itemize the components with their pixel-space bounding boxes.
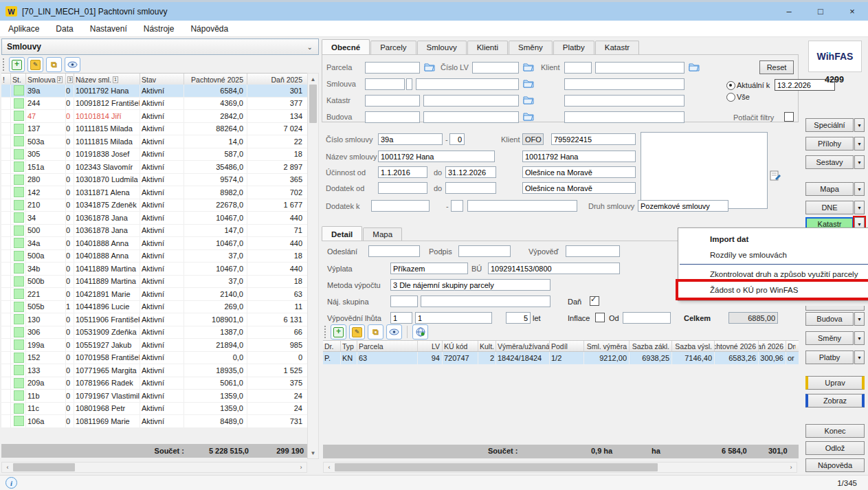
note-edit-icon[interactable] bbox=[770, 170, 781, 181]
tab-klienti[interactable]: Klienti bbox=[467, 41, 508, 54]
scrollbar-thumb[interactable] bbox=[309, 85, 317, 123]
naj-skupina-input[interactable] bbox=[390, 296, 418, 307]
chevron-down-icon[interactable]: ▼ bbox=[854, 312, 865, 326]
parcels-table-header[interactable]: Dr.TypParcelaLVKÚ kódKult.Výměra/užívaná… bbox=[323, 340, 799, 352]
contract-row[interactable]: 34a010401888 AnnaAktivní10467,0440 bbox=[1, 237, 307, 250]
lhuta1-input[interactable] bbox=[390, 312, 412, 324]
close-button[interactable]: × bbox=[836, 2, 868, 21]
menu-item[interactable]: Rozdíly ve smlouvách bbox=[678, 247, 868, 263]
contract-row[interactable]: 500b010411889 MartinaAktivní37,018 bbox=[1, 276, 307, 289]
contract-row[interactable]: 11c010801968 PetrAktivní1359,024 bbox=[1, 403, 307, 416]
sidebar-button-budova[interactable]: Budova▼ bbox=[805, 312, 865, 326]
contract-row[interactable]: 151a0102343 SlavomírAktivní35486,02 897 bbox=[1, 161, 307, 174]
column-header-6[interactable]: Výměra/užívaná bbox=[496, 341, 550, 351]
klient-input[interactable] bbox=[595, 62, 685, 74]
chevron-down-icon[interactable]: ▼ bbox=[854, 182, 865, 196]
aktualni-k-radio[interactable] bbox=[726, 81, 735, 90]
column-header-3[interactable]: LV bbox=[418, 341, 443, 351]
column-header-smlouva[interactable]: Smlouva 2 bbox=[26, 74, 66, 85]
contract-row[interactable]: 34010361878 JanaAktivní10467,0440 bbox=[1, 212, 307, 225]
contract-row[interactable]: 199a010551927 JakubAktivní21894,0985 bbox=[1, 339, 307, 352]
column-header-9[interactable]: Sazba zákl. bbox=[630, 341, 672, 351]
podpis-input[interactable] bbox=[458, 245, 511, 257]
maximize-button[interactable]: □ bbox=[805, 2, 836, 21]
minimize-button[interactable]: – bbox=[773, 2, 805, 21]
tab-platby[interactable]: Platby bbox=[553, 41, 594, 54]
menu-item[interactable]: Zkontrolovat druh a způsob využití parce… bbox=[678, 266, 868, 282]
sidebar-button-konec[interactable]: Konec bbox=[805, 424, 865, 438]
contract-row[interactable]: 306010531909 ZdeňkaAktivní1387,066 bbox=[1, 326, 307, 339]
map-globe-icon[interactable] bbox=[412, 324, 428, 339]
column-header-stav[interactable]: Stav bbox=[140, 74, 184, 85]
contracts-vertical-scrollbar[interactable]: ▲ ▼ bbox=[307, 73, 319, 459]
scrollbar-thumb[interactable] bbox=[13, 463, 75, 471]
inflace-checkbox[interactable] bbox=[595, 313, 605, 322]
klient-id-input[interactable] bbox=[551, 133, 636, 145]
scroll-down-icon[interactable]: ▼ bbox=[308, 447, 318, 458]
column-header-12[interactable]: Daň 2026 bbox=[759, 341, 786, 351]
copy-icon[interactable]: ⧉ bbox=[46, 57, 62, 72]
tab-obecné[interactable]: Obecné bbox=[322, 39, 370, 54]
copy-icon[interactable]: ⧉ bbox=[368, 324, 383, 339]
tab-mapa[interactable]: Mapa bbox=[363, 227, 402, 241]
contract-row[interactable]: 47010101814 JiříAktivní2842,0134 bbox=[1, 110, 307, 123]
column-header-0[interactable]: Dr. bbox=[323, 341, 341, 351]
contract-row[interactable]: 305010191838 JosefAktivní587,018 bbox=[1, 148, 307, 162]
adresa2-input[interactable] bbox=[522, 182, 636, 194]
klient-name-input[interactable] bbox=[564, 78, 685, 90]
sidebar-button-sestavy[interactable]: Sestavy▼ bbox=[805, 155, 865, 169]
column-header-pachtovne[interactable]: Pachtovné 2025 bbox=[184, 74, 247, 85]
column-header-2[interactable]: Parcela bbox=[357, 341, 418, 351]
scroll-right-icon[interactable]: › bbox=[786, 464, 797, 471]
menubar-item[interactable]: Data bbox=[47, 22, 81, 36]
chevron-down-icon[interactable]: ▼ bbox=[854, 350, 865, 364]
preview-icon[interactable] bbox=[65, 57, 80, 72]
folder-lookup-icon[interactable] bbox=[424, 62, 436, 72]
contract-row[interactable]: 280010301870 LudmilaAktivní9574,0365 bbox=[1, 174, 307, 187]
budova-filter2-input[interactable] bbox=[564, 111, 685, 123]
contract-row[interactable]: 209a010781966 RadekAktivní5061,0375 bbox=[1, 377, 307, 390]
scroll-left-icon[interactable]: ‹ bbox=[324, 464, 335, 471]
smlouva-dodatek-input[interactable] bbox=[406, 78, 412, 90]
scroll-up-icon[interactable]: ▲ bbox=[308, 74, 318, 85]
column-header-1[interactable]: Typ bbox=[341, 341, 357, 351]
smlouva-num-input[interactable] bbox=[365, 78, 405, 90]
edit-icon[interactable]: ✎ bbox=[27, 57, 43, 72]
sidebar-button-uprav[interactable]: Uprav bbox=[805, 376, 865, 390]
folder-lookup-icon[interactable] bbox=[523, 111, 535, 122]
druh-smlouvy-input[interactable] bbox=[638, 200, 728, 212]
column-header-st[interactable]: St. bbox=[11, 74, 26, 85]
edit-icon[interactable]: ✎ bbox=[349, 324, 365, 339]
cislo-dodatek-input[interactable] bbox=[449, 133, 465, 145]
column-header-7[interactable]: Podíl bbox=[550, 341, 584, 351]
view-selector-combobox[interactable]: Smlouvy ⌄ bbox=[1, 38, 319, 55]
sidebar-button-směny[interactable]: Směny▼ bbox=[805, 331, 865, 345]
contract-row[interactable]: 130010511906 FrantišekAktivní108901,06 1… bbox=[1, 313, 307, 326]
contract-row[interactable]: 11b010791967 VlastimilAktivní1359,024 bbox=[1, 390, 307, 403]
contract-row[interactable]: 505b110441896 LucieAktivní269,011 bbox=[1, 301, 307, 314]
column-header-dodatek[interactable]: 3 bbox=[66, 74, 74, 85]
ucinnost-do-input[interactable] bbox=[445, 166, 496, 178]
sidebar-button-nápověda[interactable]: Nápověda bbox=[805, 458, 865, 472]
column-header-5[interactable]: Kult. bbox=[478, 341, 496, 351]
parcela-input[interactable] bbox=[365, 62, 420, 74]
tab-katastr[interactable]: Katastr bbox=[595, 41, 639, 54]
preview-icon[interactable] bbox=[386, 324, 402, 339]
menu-item[interactable]: Import dat bbox=[678, 231, 868, 247]
naj-skupina-name-input[interactable] bbox=[421, 296, 550, 307]
sidebar-button-mapa[interactable]: Mapa▼ bbox=[805, 182, 865, 196]
contract-row[interactable]: 133010771965 MargitaAktivní18935,01 525 bbox=[1, 364, 307, 377]
contracts-horizontal-scrollbar[interactable]: ‹ › bbox=[1, 462, 307, 473]
parcels-horizontal-scrollbar[interactable]: ‹ › bbox=[323, 462, 797, 473]
folder-lookup-icon[interactable] bbox=[523, 95, 535, 105]
column-header-10[interactable]: Sazba výsl. bbox=[672, 341, 715, 351]
lhuta2-input[interactable] bbox=[415, 312, 492, 324]
tab-smlouvy[interactable]: Smlouvy bbox=[417, 41, 467, 54]
klient-nazev-input[interactable] bbox=[522, 151, 636, 162]
sidebar-button-speciální[interactable]: Speciální▼ bbox=[805, 118, 865, 132]
menu-item[interactable]: Žádost o KÚ pro WinFAS bbox=[678, 282, 868, 298]
ucinnost-od-input[interactable] bbox=[378, 166, 427, 178]
contract-row[interactable]: 137010111815 MiladaAktivní88264,07 024 bbox=[1, 123, 307, 136]
lhuta3-input[interactable] bbox=[506, 312, 531, 324]
klient-type-input[interactable] bbox=[564, 62, 592, 74]
